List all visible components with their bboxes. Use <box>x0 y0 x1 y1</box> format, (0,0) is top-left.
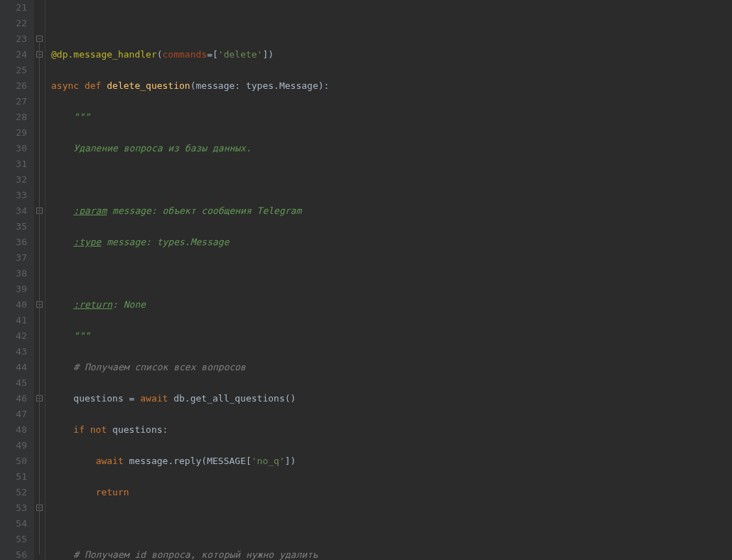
line-number: 35 <box>0 219 27 235</box>
code-line[interactable]: """ <box>51 109 732 125</box>
line-number: 51 <box>0 469 27 485</box>
line-number: 36 <box>0 235 27 250</box>
code-line[interactable]: if not questions: <box>51 422 732 438</box>
code-line[interactable]: @dp.message_handler(commands=['delete']) <box>51 47 732 63</box>
line-number: 46 <box>0 391 27 406</box>
fold-marker-icon[interactable] <box>36 36 43 42</box>
line-number: 45 <box>0 375 27 391</box>
code-line[interactable]: Удаление вопроса из базы данных. <box>51 141 732 156</box>
code-line[interactable]: await message.reply(MESSAGE['no_q']) <box>51 453 732 469</box>
code-line[interactable]: # Получаем id вопроса, который нужно уда… <box>51 547 732 560</box>
line-number: 28 <box>0 109 27 125</box>
line-number: 27 <box>0 94 27 109</box>
line-number: 47 <box>0 406 27 422</box>
code-line[interactable] <box>51 16 732 31</box>
line-number: 31 <box>0 156 27 172</box>
line-number: 43 <box>0 344 27 360</box>
line-number: 54 <box>0 516 27 532</box>
line-number: 21 <box>0 0 27 16</box>
code-line[interactable]: questions = await db.get_all_questions() <box>51 391 732 406</box>
code-line[interactable] <box>51 266 732 281</box>
code-line[interactable] <box>51 172 732 188</box>
line-number: 52 <box>0 485 27 500</box>
line-number: 33 <box>0 188 27 203</box>
line-number: 44 <box>0 360 27 375</box>
code-line[interactable]: :type message: types.Message <box>51 235 732 250</box>
line-number: 37 <box>0 250 27 266</box>
line-number: 56 <box>0 547 27 560</box>
code-line[interactable] <box>51 516 732 532</box>
line-number: 49 <box>0 438 27 453</box>
line-number: 30 <box>0 141 27 156</box>
line-number: 41 <box>0 313 27 328</box>
line-number: 22 <box>0 16 27 31</box>
code-line[interactable]: :return: None <box>51 297 732 313</box>
line-number: 32 <box>0 172 27 188</box>
line-number: 42 <box>0 328 27 344</box>
line-number: 38 <box>0 266 27 281</box>
line-number: 34 <box>0 203 27 219</box>
line-number: 53 <box>0 500 27 516</box>
line-number: 39 <box>0 281 27 297</box>
code-line[interactable]: return <box>51 485 732 500</box>
line-number: 40 <box>0 297 27 313</box>
line-number: 29 <box>0 125 27 141</box>
line-number: 55 <box>0 532 27 547</box>
fold-column <box>34 0 45 560</box>
code-editor[interactable]: 21 22 23 24 25 26 27 28 29 30 31 32 33 3… <box>0 0 732 560</box>
line-number: 50 <box>0 453 27 469</box>
code-line[interactable]: # Получаем список всех вопросов <box>51 360 732 375</box>
line-number: 48 <box>0 422 27 438</box>
code-line[interactable]: async def delete_question(message: types… <box>51 78 732 94</box>
line-number: 25 <box>0 63 27 78</box>
code-content[interactable]: @dp.message_handler(commands=['delete'])… <box>45 0 732 560</box>
line-number: 26 <box>0 78 27 94</box>
line-number: 23 <box>0 31 27 47</box>
line-number: 24 <box>0 47 27 63</box>
code-line[interactable]: :param message: объект сообщения Telegra… <box>51 203 732 219</box>
code-line[interactable]: """ <box>51 328 732 344</box>
line-number-gutter: 21 22 23 24 25 26 27 28 29 30 31 32 33 3… <box>0 0 34 560</box>
